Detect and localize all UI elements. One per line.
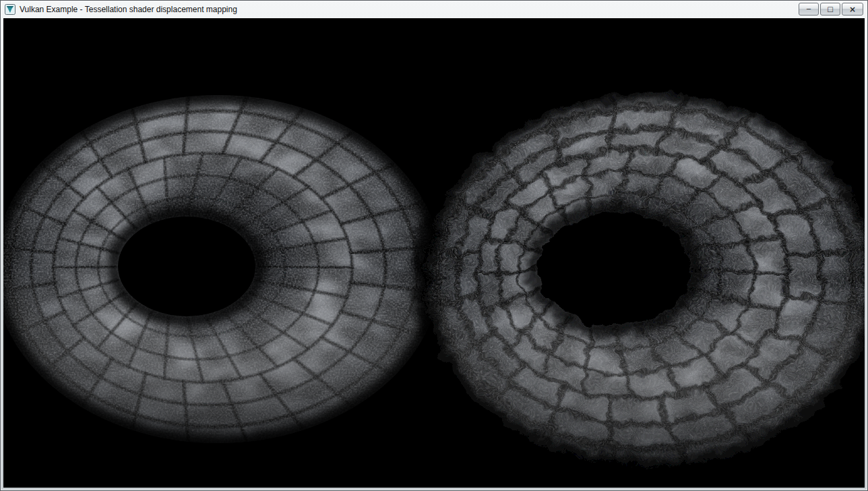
- render-canvas[interactable]: [3, 18, 865, 488]
- window-title: Vulkan Example - Tessellation shader dis…: [20, 5, 237, 14]
- app-icon[interactable]: [5, 4, 16, 15]
- render-viewport[interactable]: [3, 18, 865, 488]
- window-controls: ─ □ ×: [799, 3, 863, 16]
- maximize-button[interactable]: □: [820, 3, 840, 16]
- app-window: Vulkan Example - Tessellation shader dis…: [0, 0, 868, 491]
- minimize-icon: ─: [807, 5, 811, 13]
- close-icon: ×: [849, 5, 856, 14]
- minimize-button[interactable]: ─: [799, 3, 819, 16]
- maximize-icon: □: [827, 5, 833, 13]
- title-bar[interactable]: Vulkan Example - Tessellation shader dis…: [1, 1, 867, 18]
- close-button[interactable]: ×: [842, 3, 863, 16]
